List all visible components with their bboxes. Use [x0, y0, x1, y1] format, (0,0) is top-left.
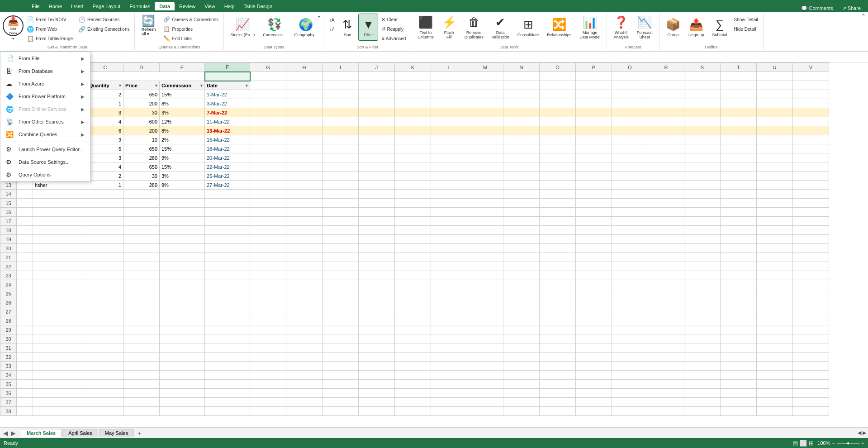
share-button[interactable]: ↗ Share: [840, 5, 863, 12]
col-header-E[interactable]: E: [160, 63, 205, 72]
dropdown-from-other-sources[interactable]: 📡 From Other Sources ▶: [0, 115, 90, 128]
cell-E2[interactable]: Commission ▾: [160, 81, 205, 90]
dropdown-combine-queries[interactable]: 🔀 Combine Queries ▶: [0, 128, 90, 141]
tab-page-layout[interactable]: Page Layout: [88, 2, 125, 10]
sort-asc-button[interactable]: ↑A: [327, 15, 337, 24]
col-header-U[interactable]: U: [757, 63, 793, 72]
col-header-T[interactable]: T: [721, 63, 757, 72]
cell-C2[interactable]: Quantity ▾: [87, 81, 123, 90]
col-header-O[interactable]: O: [540, 63, 576, 72]
tab-view[interactable]: View: [200, 2, 220, 10]
dropdown-from-database[interactable]: 🗄 From Database ▶: [0, 65, 90, 77]
filter-button[interactable]: ▼ Filter: [358, 14, 378, 41]
show-detail-button[interactable]: Show Detail: [731, 15, 760, 24]
sheet-tab-march-sales[interactable]: March Sales: [21, 429, 62, 437]
group-button[interactable]: 📦 Group: [662, 14, 684, 41]
view-normal[interactable]: ▤: [792, 440, 798, 447]
sheet-tab-april-sales[interactable]: April Sales: [62, 429, 98, 437]
hide-detail-button[interactable]: Hide Detail: [731, 24, 760, 33]
cell-F1[interactable]: [205, 72, 250, 81]
stocks-button[interactable]: 📈 Stocks (En...): [227, 14, 258, 41]
dropdown-from-power-platform[interactable]: 🔷 From Power Platform ▶: [0, 90, 90, 103]
zoom-out-button[interactable]: −: [832, 440, 835, 446]
data-types-dropdown[interactable]: ▾: [318, 14, 320, 19]
currencies-button[interactable]: 💱 Currencies...: [259, 14, 289, 41]
zoom-slider[interactable]: ——●——: [837, 440, 860, 446]
edit-links-button[interactable]: ✏️ Edit Links: [161, 34, 221, 43]
filter-arrow-price[interactable]: ▾: [155, 83, 157, 88]
col-header-G[interactable]: G: [250, 63, 286, 72]
scroll-bar-area[interactable]: ◀ ▶: [858, 430, 866, 436]
tab-formulas[interactable]: Formulas: [125, 2, 155, 10]
text-to-columns-button[interactable]: ⬛ Text toColumns: [414, 14, 437, 41]
sheet-tab-may-sales[interactable]: May Sales: [99, 429, 134, 437]
cell-D2[interactable]: Price ▾: [123, 81, 160, 90]
sort-desc-button[interactable]: ↓Z: [327, 25, 337, 34]
cell-F2[interactable]: Date ▾: [205, 81, 250, 90]
dropdown-from-azure[interactable]: ☁ From Azure ▶: [0, 77, 90, 90]
relationships-button[interactable]: 🔀 Relationships: [543, 14, 575, 41]
col-header-P[interactable]: P: [576, 63, 612, 72]
sort-button[interactable]: ⇅ Sort: [337, 14, 357, 41]
recent-sources-button[interactable]: 🕐 Recent Sources: [76, 15, 132, 24]
tab-table-design[interactable]: Table Design: [239, 2, 277, 10]
col-header-D[interactable]: D: [123, 63, 160, 72]
tab-insert[interactable]: Insert: [66, 2, 88, 10]
remove-duplicates-button[interactable]: 🗑 RemoveDuplicates: [461, 14, 487, 41]
comments-button[interactable]: 💬 Comments: [798, 5, 835, 12]
tab-scroll-right[interactable]: ▶: [9, 429, 17, 437]
tab-file[interactable]: File: [27, 2, 44, 10]
queries-connections-button[interactable]: 🔗 Queries & Connections: [161, 15, 221, 24]
from-text-csv-button[interactable]: 📄 From Text/CSV: [24, 15, 75, 24]
dropdown-from-online-services[interactable]: 🌐 From Online Services ▶: [0, 103, 90, 115]
col-header-L[interactable]: L: [431, 63, 467, 72]
manage-data-model-button[interactable]: 📊 ManageData Model: [576, 14, 604, 41]
properties-button[interactable]: 📋 Properties: [161, 24, 221, 33]
col-header-Q[interactable]: Q: [612, 63, 648, 72]
filter-arrow-comm[interactable]: ▾: [200, 83, 203, 88]
col-header-S[interactable]: S: [684, 63, 721, 72]
col-header-F[interactable]: F: [205, 63, 250, 72]
flash-fill-button[interactable]: ⚡ FlashFill: [438, 14, 460, 41]
dropdown-data-source-settings[interactable]: ⚙ Data Source Settings...: [0, 156, 90, 168]
col-header-J[interactable]: J: [359, 63, 395, 72]
what-if-analysis-button[interactable]: ❓ What-IfAnalysis: [610, 14, 632, 41]
col-header-C[interactable]: C: [87, 63, 123, 72]
refresh-all-button[interactable]: 🔄 RefreshAll ▾: [138, 14, 159, 36]
clear-button[interactable]: ✕ Clear: [379, 15, 408, 24]
tab-help[interactable]: Help: [220, 2, 239, 10]
col-header-K[interactable]: K: [395, 63, 431, 72]
col-header-M[interactable]: M: [467, 63, 503, 72]
collapse-ribbon-button[interactable]: ⌃: [861, 13, 866, 20]
ungroup-button[interactable]: 📤 Ungroup: [685, 14, 708, 41]
col-header-N[interactable]: N: [503, 63, 540, 72]
data-validation-button[interactable]: ✔ DataValidation: [488, 14, 513, 41]
view-page-break[interactable]: ⊞: [809, 440, 814, 447]
tab-review[interactable]: Review: [175, 2, 200, 10]
advanced-button[interactable]: ≡ Advanced: [379, 34, 408, 43]
consolidate-button[interactable]: ⊞ Consolidate: [514, 14, 543, 41]
filter-arrow-qty[interactable]: ▾: [119, 83, 121, 88]
col-header-V[interactable]: V: [793, 63, 829, 72]
from-table-range-button[interactable]: 📋 From Table/Range: [24, 34, 75, 43]
forecast-sheet-button[interactable]: 📉 ForecastSheet: [633, 14, 656, 41]
zoom-in-button[interactable]: +: [862, 440, 864, 446]
col-header-I[interactable]: I: [323, 63, 359, 72]
sheet-scroll[interactable]: B C D E F G H I J K L M N O P Q R: [0, 62, 868, 427]
reapply-button[interactable]: ↺ Reapply: [379, 24, 408, 33]
tab-data[interactable]: Data: [155, 2, 175, 10]
dropdown-launch-editor[interactable]: ⚙ Launch Power Query Editor...: [0, 143, 90, 156]
geography-button[interactable]: 🌍 Geography...: [290, 14, 321, 41]
subtotal-button[interactable]: ∑ Subtotal: [708, 14, 730, 41]
tab-scroll-left[interactable]: ◀: [2, 429, 9, 437]
view-layout[interactable]: ⬜: [800, 440, 807, 447]
dropdown-query-options[interactable]: ⚙ Query Options: [0, 168, 90, 181]
get-data-button[interactable]: 📥 GetData ▾: [3, 14, 24, 41]
dropdown-from-file[interactable]: 📄 From File ▶: [0, 52, 90, 65]
tab-home[interactable]: Home: [44, 2, 66, 10]
from-web-button[interactable]: 🌐 From Web: [24, 24, 75, 33]
formula-input[interactable]: [42, 54, 866, 60]
existing-connections-button[interactable]: 🔗 Existing Connections: [76, 24, 132, 33]
add-sheet-button[interactable]: +: [135, 429, 144, 438]
col-header-H[interactable]: H: [286, 63, 323, 72]
